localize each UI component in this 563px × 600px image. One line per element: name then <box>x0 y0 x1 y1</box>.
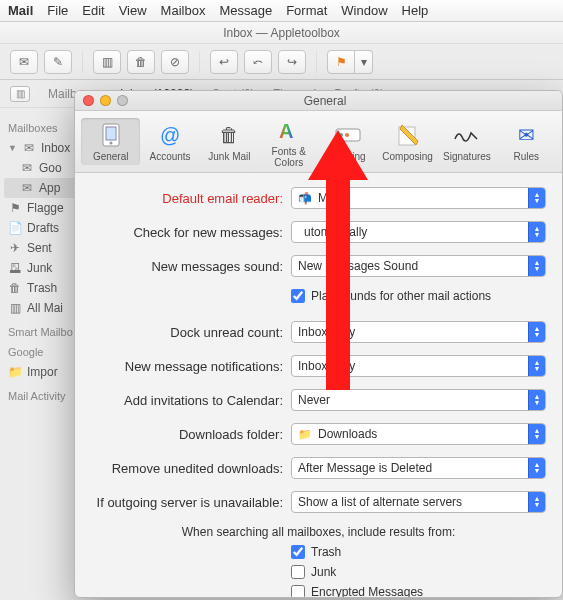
composing-icon <box>394 121 422 149</box>
select-value: After Message is Deleted <box>298 461 432 475</box>
sidebar-label: Trash <box>27 281 57 295</box>
select-arrows-icon: ▲▼ <box>528 458 545 478</box>
forward-button[interactable]: ↪ <box>278 50 306 74</box>
select-outgoing[interactable]: Show a list of alternate servers▲▼ <box>291 491 546 513</box>
label-invitations: Add invitations to Calendar: <box>91 393 291 408</box>
select-invitations[interactable]: Never▲▼ <box>291 389 546 411</box>
sidebar-label: Flagge <box>27 201 64 215</box>
label-notifications: New message notifications: <box>91 359 291 374</box>
menu-format[interactable]: Format <box>286 3 327 18</box>
checkbox-input[interactable] <box>291 545 305 559</box>
junk-icon: ⊘ <box>170 55 180 69</box>
menu-window[interactable]: Window <box>341 3 387 18</box>
svg-point-5 <box>339 133 343 137</box>
select-value: Never <box>298 393 330 407</box>
label-dock-unread: Dock unread count: <box>91 325 291 340</box>
select-value: Downloads <box>318 427 377 441</box>
label-downloads: Downloads folder: <box>91 427 291 442</box>
junk-button[interactable]: ⊘ <box>161 50 189 74</box>
sidebar-label: Goo <box>39 161 62 175</box>
folder-icon: 📁 <box>8 365 22 379</box>
prefs-tab-label: Viewing <box>331 151 366 162</box>
checkbox-play-sounds[interactable]: Play sounds for other mail actions <box>291 289 546 303</box>
select-sound[interactable]: New Messages Sound▲▼ <box>291 255 546 277</box>
checkbox-input[interactable] <box>291 565 305 579</box>
select-notifications[interactable]: Inbox Only▲▼ <box>291 355 546 377</box>
prefs-tab-label: Junk Mail <box>208 151 250 162</box>
label-sound: New messages sound: <box>91 259 291 274</box>
checkbox-encrypted[interactable]: Encrypted Messages <box>291 585 546 598</box>
reply-all-icon: ⤺ <box>253 55 263 69</box>
get-mail-button[interactable]: ✉ <box>10 50 38 74</box>
prefs-tab-signatures[interactable]: Signatures <box>437 118 496 165</box>
svg-rect-1 <box>106 127 116 140</box>
prefs-tab-general[interactable]: General <box>81 118 140 165</box>
main-toolbar: ✉ ✎ ▥ 🗑 ⊘ ↩ ⤺ ↪ ⚑ ▾ <box>0 44 563 80</box>
menu-help[interactable]: Help <box>402 3 429 18</box>
sidebar-label: All Mai <box>27 301 63 315</box>
menubar[interactable]: Mail File Edit View Mailbox Message Form… <box>0 0 563 22</box>
menu-app[interactable]: Mail <box>8 3 33 18</box>
checkbox-label: Junk <box>311 565 336 579</box>
prefs-tab-label: Composing <box>382 151 433 162</box>
drafts-icon: 📄 <box>8 221 22 235</box>
checkbox-input[interactable] <box>291 289 305 303</box>
select-arrows-icon: ▲▼ <box>528 222 545 242</box>
checkbox-junk[interactable]: Junk <box>291 565 546 579</box>
select-dock-unread[interactable]: Inbox Only▲▼ <box>291 321 546 343</box>
select-arrows-icon: ▲▼ <box>528 492 545 512</box>
archive-button[interactable]: ▥ <box>93 50 121 74</box>
separator <box>82 51 83 73</box>
select-arrows-icon: ▲▼ <box>528 322 545 342</box>
trash-icon: 🗑 <box>8 281 22 295</box>
separator <box>316 51 317 73</box>
select-arrows-icon: ▲▼ <box>528 390 545 410</box>
svg-text:A: A <box>279 120 293 142</box>
select-value: Mail <box>318 191 340 205</box>
menu-file[interactable]: File <box>47 3 68 18</box>
prefs-titlebar[interactable]: General <box>75 91 562 111</box>
rules-icon: ✉ <box>512 121 540 149</box>
reply-all-button[interactable]: ⤺ <box>244 50 272 74</box>
menu-view[interactable]: View <box>119 3 147 18</box>
flag-icon: ⚑ <box>336 55 347 69</box>
prefs-tab-accounts[interactable]: @Accounts <box>140 118 199 165</box>
flag-button[interactable]: ⚑ <box>327 50 355 74</box>
select-arrows-icon: ▲▼ <box>528 424 545 444</box>
prefs-tab-label: Signatures <box>443 151 491 162</box>
label-check-messages: Check for new messages: <box>91 225 291 240</box>
reply-button[interactable]: ↩ <box>210 50 238 74</box>
archive-icon: ▥ <box>102 55 113 69</box>
select-check-messages[interactable]: utomatically▲▼ <box>291 221 546 243</box>
prefs-tab-viewing[interactable]: Viewing <box>319 118 378 165</box>
prefs-body: Default email reader: 📬Mail▲▼ Check for … <box>75 173 562 598</box>
delete-button[interactable]: 🗑 <box>127 50 155 74</box>
flag-dropdown[interactable]: ▾ <box>355 50 373 74</box>
select-default-reader[interactable]: 📬Mail▲▼ <box>291 187 546 209</box>
prefs-tab-composing[interactable]: Composing <box>378 118 437 165</box>
reply-icon: ↩ <box>219 55 229 69</box>
label-default-reader: Default email reader: <box>91 191 291 206</box>
mailboxes-toggle-icon[interactable]: ▥ <box>10 86 30 102</box>
prefs-tab-junkmail[interactable]: 🗑Junk Mail <box>200 118 259 165</box>
disclosure-triangle-icon[interactable]: ▼ <box>8 143 17 153</box>
menu-message[interactable]: Message <box>219 3 272 18</box>
select-value: New Messages Sound <box>298 259 418 273</box>
compose-button[interactable]: ✎ <box>44 50 72 74</box>
prefs-tab-fonts[interactable]: AFonts & Colors <box>259 113 318 171</box>
checkbox-trash[interactable]: Trash <box>291 545 546 559</box>
sidebar-label: Sent <box>27 241 52 255</box>
sidebar-label: Drafts <box>27 221 59 235</box>
checkbox-label: Play sounds for other mail actions <box>311 289 491 303</box>
select-downloads[interactable]: 📁Downloads▲▼ <box>291 423 546 445</box>
svg-point-2 <box>109 142 112 145</box>
menu-mailbox[interactable]: Mailbox <box>161 3 206 18</box>
flag-icon: ⚑ <box>8 201 22 215</box>
checkbox-input[interactable] <box>291 585 305 598</box>
separator <box>199 51 200 73</box>
select-remove-downloads[interactable]: After Message is Deleted▲▼ <box>291 457 546 479</box>
prefs-tab-rules[interactable]: ✉Rules <box>497 118 556 165</box>
select-value: utomatically <box>298 225 367 239</box>
chevron-down-icon: ▾ <box>361 55 367 69</box>
menu-edit[interactable]: Edit <box>82 3 104 18</box>
